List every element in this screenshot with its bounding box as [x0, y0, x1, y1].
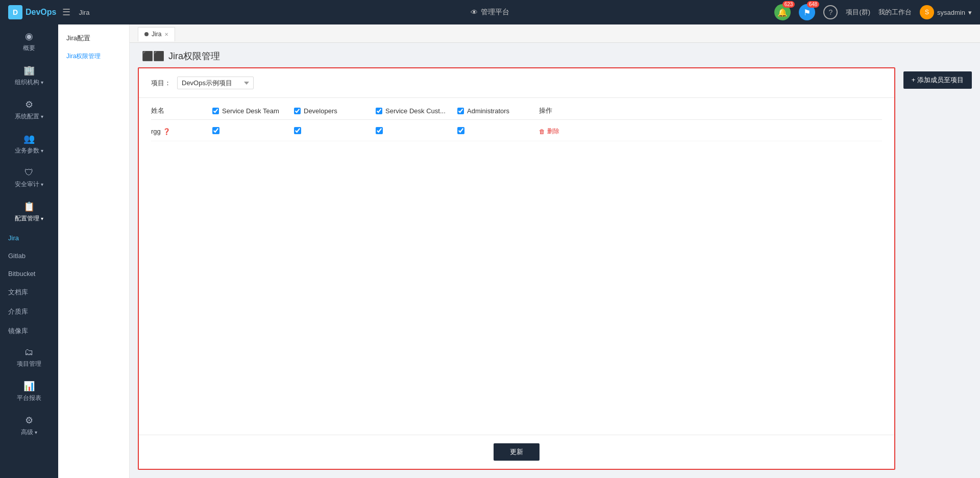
- project-select[interactable]: DevOps示例项目: [177, 77, 254, 89]
- main-panel: 项目： DevOps示例项目 姓名: [138, 67, 895, 470]
- username-label: sysadmin: [937, 9, 965, 16]
- subnav-mediarepo[interactable]: 介质库: [0, 302, 58, 321]
- tab-jira[interactable]: Jira ✕: [138, 27, 175, 41]
- subnav-bitbucket[interactable]: Bitbucket: [0, 265, 58, 283]
- chevron-icon: ▾: [41, 182, 43, 187]
- col-label-developers: Developers: [304, 107, 337, 115]
- panel-container: 项目： DevOps示例项目 姓名: [130, 67, 980, 478]
- sidebar-item-org[interactable]: 🏢 组织机构▾: [0, 59, 58, 93]
- sidebar-item-sysconfig[interactable]: ⚙ 系统配置▾: [0, 93, 58, 127]
- col-header-service-desk-team: Service Desk Team: [212, 107, 294, 115]
- logo-text: DevOps: [26, 8, 56, 17]
- col-header-developers: Developers: [294, 107, 376, 115]
- subnav-mirrorrepo[interactable]: 镜像库: [0, 321, 58, 341]
- sidebar: ◉ 概要 🏢 组织机构▾ ⚙ 系统配置▾ 👥 业务参数▾ 🛡 安全审计▾ 📋 配…: [0, 24, 58, 478]
- content-area: Jira ✕ ⬛⬛ Jira权限管理 项目： DevOps示例项目: [130, 24, 980, 478]
- sidebar-item-advanced[interactable]: ⚙ 高级▾: [0, 409, 58, 443]
- chevron-icon: ▾: [41, 114, 43, 119]
- row-check-developers: [294, 127, 376, 136]
- page-title: Jira权限管理: [168, 50, 220, 62]
- checkbox-service-desk-team[interactable]: [212, 127, 219, 134]
- menu-toggle-icon[interactable]: ☰: [62, 7, 70, 18]
- sidebar-item-label: 项目管理: [17, 360, 41, 368]
- sidebar-item-label: 系统配置▾: [15, 112, 43, 121]
- row-action-cell: 🗑 删除: [539, 127, 882, 136]
- user-chevron-icon: ▾: [968, 9, 972, 16]
- sidebar-item-config[interactable]: 📋 配置管理▾: [0, 195, 58, 229]
- projects-group-link[interactable]: 项目(群): [846, 8, 870, 17]
- projectmgmt-icon: 🗂: [24, 347, 34, 358]
- panel-right: + 添加成员至项目: [903, 67, 972, 470]
- checkbox-administrators[interactable]: [457, 127, 464, 134]
- table-row: rgg ❓: [151, 122, 882, 141]
- header-right: 🔔 623 ⚑ 648 ? 项目(群) 我的工作台 S sysadmin ▾: [774, 4, 972, 20]
- col-label-service-desk-cust: Service Desk Cust...: [385, 107, 446, 115]
- advanced-icon: ⚙: [25, 415, 33, 426]
- notification-green-button[interactable]: 🔔 623: [774, 4, 791, 20]
- sidebar-item-label: 平台报表: [17, 394, 41, 402]
- audit-icon: 🛡: [24, 167, 34, 178]
- sidebar-item-label: 配置管理▾: [15, 214, 43, 223]
- header: D DevOps ☰ Jira 👁 管理平台 🔔 623 ⚑ 648 ? 项目(…: [0, 0, 980, 24]
- col-header-action: 操作: [539, 106, 882, 115]
- user-menu[interactable]: S sysadmin ▾: [920, 5, 972, 19]
- logo-icon: D: [8, 5, 22, 19]
- page-content: ⬛⬛ Jira权限管理 项目： DevOps示例项目: [130, 43, 980, 478]
- tab-bar: Jira ✕: [130, 24, 980, 43]
- tab-label: Jira: [152, 31, 161, 38]
- update-button[interactable]: 更新: [494, 443, 540, 461]
- logo[interactable]: D DevOps: [8, 5, 56, 19]
- header-center: 👁 管理平台: [471, 8, 509, 17]
- blue-badge: 648: [807, 1, 820, 8]
- checkbox-developers[interactable]: [294, 127, 301, 134]
- filter-row: 项目： DevOps示例项目: [139, 68, 894, 98]
- sidebar-item-label: 安全审计▾: [15, 180, 43, 189]
- project-filter-label: 项目：: [151, 79, 171, 88]
- header-checkbox-service-desk-team[interactable]: [212, 108, 219, 114]
- sub-sidebar-item-jira-permissions[interactable]: Jira权限管理: [58, 48, 129, 65]
- col-label-administrators: Administrators: [467, 107, 509, 115]
- main-layout: ◉ 概要 🏢 组织机构▾ ⚙ 系统配置▾ 👥 业务参数▾ 🛡 安全审计▾ 📋 配…: [0, 24, 980, 478]
- sidebar-item-audit[interactable]: 🛡 安全审计▾: [0, 161, 58, 195]
- subnav-gitlab[interactable]: Gitlab: [0, 247, 58, 265]
- help-button[interactable]: ?: [823, 5, 838, 19]
- row-name-cell: rgg ❓: [151, 128, 212, 135]
- header-checkbox-developers[interactable]: [294, 108, 301, 114]
- header-checkbox-administrators[interactable]: [457, 108, 464, 114]
- table-header-row: 姓名 Service Desk Team Developer: [151, 106, 882, 120]
- workspace-link[interactable]: 我的工作台: [878, 8, 912, 17]
- col-header-service-desk-cust: Service Desk Cust...: [376, 107, 457, 115]
- sidebar-item-overview[interactable]: ◉ 概要: [0, 24, 58, 59]
- overview-icon: ◉: [25, 31, 33, 42]
- subnav-jira[interactable]: Jira: [0, 229, 58, 247]
- add-member-button[interactable]: + 添加成员至项目: [903, 71, 972, 89]
- green-badge: 623: [782, 1, 795, 8]
- eye-icon: 👁: [471, 8, 478, 16]
- delete-button[interactable]: 🗑 删除: [539, 127, 559, 136]
- bizparams-icon: 👥: [23, 133, 35, 144]
- tab-close-icon[interactable]: ✕: [164, 32, 168, 37]
- checkbox-service-desk-cust[interactable]: [376, 127, 383, 134]
- sidebar-item-label: 业务参数▾: [15, 146, 43, 155]
- sysconfig-icon: ⚙: [25, 99, 33, 110]
- sidebar-item-reports[interactable]: 📊 平台报表: [0, 374, 58, 409]
- row-check-administrators: [457, 127, 539, 136]
- col-header-administrators: Administrators: [457, 107, 539, 115]
- col-label-service-desk-team: Service Desk Team: [222, 107, 279, 115]
- sub-sidebar-title: Jira配置: [58, 29, 129, 48]
- chevron-icon: ▾: [41, 80, 43, 85]
- delete-label: 删除: [547, 127, 559, 136]
- chevron-icon: ▾: [35, 430, 37, 435]
- col-header-name: 姓名: [151, 106, 212, 115]
- sidebar-item-bizparams[interactable]: 👥 业务参数▾: [0, 127, 58, 161]
- permission-table: 姓名 Service Desk Team Developer: [139, 98, 894, 435]
- sidebar-item-projectmgmt[interactable]: 🗂 项目管理: [0, 341, 58, 374]
- subnav-docrepo[interactable]: 文档库: [0, 283, 58, 302]
- chevron-icon: ▾: [41, 216, 43, 221]
- info-icon[interactable]: ❓: [163, 128, 170, 135]
- header-checkbox-service-desk-cust[interactable]: [376, 108, 382, 114]
- header-breadcrumb: Jira: [79, 9, 89, 16]
- notification-blue-button[interactable]: ⚑ 648: [799, 4, 815, 20]
- panel-footer: 更新: [139, 435, 894, 469]
- config-icon: 📋: [23, 201, 35, 212]
